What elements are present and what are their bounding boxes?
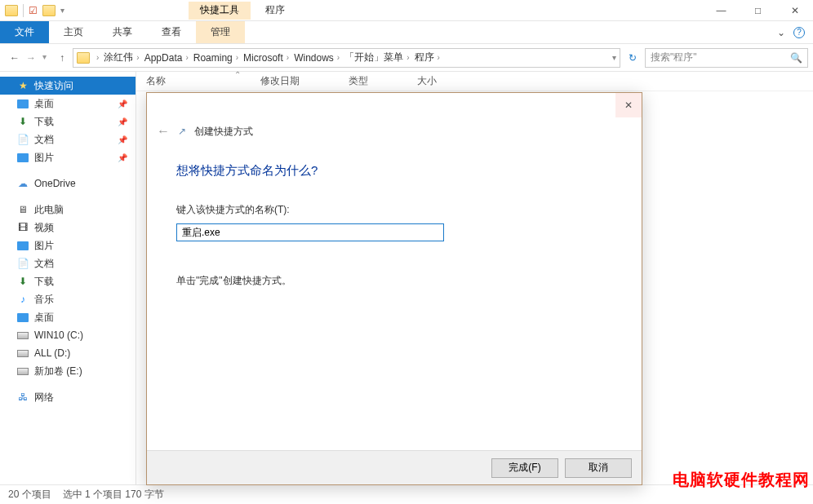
- contextual-tab-group: 快捷工具: [189, 2, 251, 20]
- pictures-icon: [17, 153, 29, 162]
- desktop-icon: [17, 99, 29, 108]
- breadcrumb-item[interactable]: Roaming›: [192, 52, 240, 64]
- forward-button[interactable]: →: [26, 52, 36, 64]
- breadcrumb-item[interactable]: 涂红伟›: [102, 51, 140, 64]
- sidebar-item-pictures[interactable]: 图片📌: [0, 148, 136, 166]
- dialog-title: 创建快捷方式: [194, 125, 253, 139]
- dialog-hint: 单击"完成"创建快捷方式。: [176, 274, 614, 288]
- sidebar-network[interactable]: 🖧网络: [0, 388, 136, 406]
- drive-icon: [17, 332, 29, 339]
- breadcrumb-item[interactable]: 程序›: [413, 51, 442, 64]
- ribbon-collapse-icon[interactable]: ⌄: [777, 27, 785, 38]
- nav-arrows: ← → ▾: [5, 52, 51, 64]
- document-icon: 📄: [16, 133, 29, 146]
- shortcut-name-input[interactable]: [176, 223, 444, 241]
- sidebar-item-desktop[interactable]: 桌面: [0, 308, 136, 326]
- cloud-icon: ☁: [16, 177, 29, 190]
- sidebar-item-downloads[interactable]: ⬇下载: [0, 272, 136, 290]
- column-headers: ⌃ 名称 修改日期 类型 大小: [136, 72, 813, 91]
- dialog-back-button[interactable]: ←: [157, 124, 170, 139]
- music-icon: ♪: [16, 293, 29, 306]
- video-icon: 🎞: [16, 221, 29, 234]
- sidebar-this-pc[interactable]: 🖥此电脑: [0, 201, 136, 219]
- history-dropdown-icon[interactable]: ▾: [42, 52, 47, 64]
- window-title: 程序: [265, 3, 285, 17]
- status-selection: 选中 1 个项目 170 字节: [63, 488, 164, 502]
- dialog-input-label: 键入该快捷方式的名称(T):: [176, 203, 614, 217]
- search-icon[interactable]: 🔍: [790, 52, 802, 64]
- sidebar-item-documents[interactable]: 📄文档: [0, 254, 136, 272]
- separator: [23, 4, 24, 17]
- drive-icon: [17, 368, 29, 375]
- file-tab[interactable]: 文件: [0, 21, 49, 43]
- download-icon: ⬇: [16, 115, 29, 128]
- pin-icon: 📌: [118, 135, 127, 144]
- back-button[interactable]: ←: [10, 52, 20, 64]
- drive-icon: [17, 350, 29, 357]
- ribbon-right-controls: ⌄ ?: [769, 21, 813, 43]
- pin-icon: 📌: [118, 153, 127, 162]
- pin-icon: 📌: [118, 117, 127, 126]
- tab-share[interactable]: 共享: [98, 21, 147, 43]
- desktop-icon: [17, 313, 29, 322]
- quick-access-toolbar: ☑ ▾: [0, 4, 69, 17]
- close-button[interactable]: ✕: [776, 0, 813, 21]
- dialog-heading: 想将快捷方式命名为什么?: [176, 163, 614, 179]
- column-type[interactable]: 类型: [349, 74, 417, 88]
- tab-home[interactable]: 主页: [49, 21, 98, 43]
- sidebar-item-pictures[interactable]: 图片: [0, 237, 136, 254]
- window-controls: — □ ✕: [703, 0, 813, 21]
- sidebar-item-documents[interactable]: 📄文档📌: [0, 130, 136, 148]
- dialog-close-button[interactable]: ✕: [615, 93, 642, 117]
- pin-icon: 📌: [118, 99, 127, 108]
- sidebar-quick-access[interactable]: ★快速访问: [0, 77, 136, 95]
- app-icon: [5, 5, 18, 16]
- checkbox-icon[interactable]: ☑: [29, 5, 38, 16]
- dialog-footer: 完成(F) 取消: [147, 450, 642, 484]
- status-item-count: 20 个项目: [8, 488, 51, 502]
- sidebar-item-videos[interactable]: 🎞视频: [0, 219, 136, 237]
- breadcrumb-item[interactable]: Microsoft›: [242, 52, 291, 64]
- navigation-bar: ← → ▾ ↑ › 涂红伟› AppData› Roaming› Microso…: [0, 44, 813, 72]
- network-icon: 🖧: [16, 391, 29, 404]
- pc-icon: 🖥: [16, 203, 29, 216]
- column-size[interactable]: 大小: [417, 74, 486, 88]
- sidebar-item-music[interactable]: ♪音乐: [0, 290, 136, 308]
- cancel-button[interactable]: 取消: [565, 458, 632, 478]
- star-icon: ★: [16, 79, 29, 92]
- search-box[interactable]: 搜索"程序" 🔍: [645, 48, 808, 68]
- maximize-button[interactable]: □: [740, 0, 776, 21]
- sidebar-item-drive-c[interactable]: WIN10 (C:): [0, 326, 136, 344]
- tab-manage[interactable]: 管理: [196, 21, 245, 43]
- finish-button[interactable]: 完成(F): [491, 458, 558, 478]
- sidebar-item-drive-d[interactable]: ALL (D:): [0, 344, 136, 362]
- sidebar-item-drive-e[interactable]: 新加卷 (E:): [0, 362, 136, 380]
- sidebar-onedrive[interactable]: ☁OneDrive: [0, 175, 136, 192]
- qat-dropdown-icon[interactable]: ▾: [60, 6, 64, 15]
- pictures-icon: [17, 241, 29, 250]
- breadcrumb-item[interactable]: 「开始」菜单›: [343, 51, 411, 64]
- ribbon-tabs: 文件 主页 共享 查看 管理 ⌄ ?: [0, 21, 813, 44]
- address-dropdown-icon[interactable]: ▾: [612, 53, 616, 62]
- titlebar: ☑ ▾ 快捷工具 程序 — □ ✕: [0, 0, 813, 21]
- create-shortcut-dialog: ✕ ← ↗ 创建快捷方式 想将快捷方式命名为什么? 键入该快捷方式的名称(T):…: [146, 92, 642, 485]
- refresh-button[interactable]: ↻: [624, 52, 642, 64]
- breadcrumb-item[interactable]: Windows›: [292, 52, 341, 64]
- tab-view[interactable]: 查看: [147, 21, 196, 43]
- column-modified[interactable]: 修改日期: [260, 74, 349, 88]
- help-icon[interactable]: ?: [793, 27, 805, 38]
- navigation-pane: ★快速访问 桌面📌 ⬇下载📌 📄文档📌 图片📌 ☁OneDrive 🖥此电脑 🎞…: [0, 72, 136, 484]
- sidebar-item-desktop[interactable]: 桌面📌: [0, 95, 136, 113]
- up-button[interactable]: ↑: [55, 52, 69, 64]
- sort-indicator-icon: ⌃: [234, 70, 241, 79]
- search-placeholder: 搜索"程序": [651, 51, 697, 64]
- folder-icon[interactable]: [42, 5, 56, 16]
- shortcut-wizard-icon: ↗: [178, 126, 186, 137]
- breadcrumb-root-chevron[interactable]: ›: [95, 53, 100, 62]
- column-name[interactable]: 名称: [146, 74, 260, 88]
- sidebar-item-downloads[interactable]: ⬇下载📌: [0, 113, 136, 130]
- folder-icon: [77, 52, 90, 64]
- minimize-button[interactable]: —: [703, 0, 740, 21]
- breadcrumb-item[interactable]: AppData›: [143, 52, 190, 64]
- address-bar[interactable]: › 涂红伟› AppData› Roaming› Microsoft› Wind…: [73, 48, 620, 68]
